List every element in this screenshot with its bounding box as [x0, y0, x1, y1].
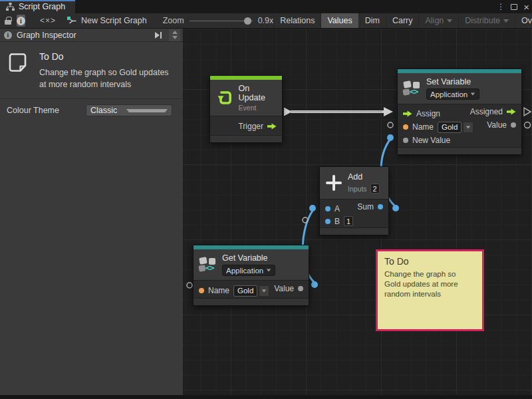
variable-scope-dropdown[interactable]: Application [222, 265, 275, 276]
tab-label: Script Graph [19, 2, 65, 11]
overview-button[interactable]: Overview [515, 13, 532, 29]
scroll-down-icon[interactable] [172, 36, 178, 39]
align-button[interactable]: Align [418, 13, 458, 29]
value-port-row[interactable]: Value [274, 284, 303, 293]
b-input-port[interactable] [325, 219, 331, 224]
node-get-variable[interactable]: <> Get Variable Application Name Gold [193, 245, 309, 306]
chevron-down-icon [503, 19, 509, 23]
variables-icon: <> [403, 80, 421, 96]
info-icon: i [17, 17, 25, 25]
unconnected-port-marker[interactable] [388, 122, 393, 128]
graph-toolbar: i <×> New Script Graph Zoom 0.9x Relatio… [0, 13, 532, 29]
zoom-control: Zoom 0.9x [163, 16, 274, 25]
node-footer [320, 227, 388, 235]
unity-script-graph-window: Script Graph ⋮ × i <×> New Script Graph … [0, 0, 532, 399]
wire-endpoint [392, 205, 399, 211]
wire-endpoint [309, 205, 316, 211]
assigned-port-row[interactable]: Assigned [470, 107, 516, 116]
value-output-port[interactable] [298, 286, 303, 291]
code-view-button[interactable]: <×> [40, 16, 56, 25]
distribute-button[interactable]: Distribute [458, 13, 515, 29]
chevron-down-icon [471, 93, 475, 96]
graph-canvas[interactable]: On Update Event Trigger <> Set Va [183, 29, 532, 395]
wire-endpoint [387, 134, 394, 141]
node-title: Set Variable [426, 77, 479, 86]
panel-scroll-stepper[interactable] [169, 29, 180, 41]
assigned-output-port[interactable] [507, 108, 516, 115]
window-controls: ⋮ × [497, 0, 529, 13]
chevron-down-icon [262, 289, 266, 292]
window-menu-icon[interactable]: ⋮ [497, 3, 505, 11]
info-icon: i [4, 31, 12, 39]
sum-port-row[interactable]: Sum [357, 202, 383, 211]
tab-active-accent [0, 0, 75, 1]
value-output-port[interactable] [511, 122, 516, 128]
node-title: Add [348, 172, 380, 182]
zoom-value: 0.9x [258, 16, 274, 25]
a-input-port[interactable] [325, 206, 331, 211]
scroll-up-icon[interactable] [172, 31, 178, 34]
inspector-title: Graph Inspector [17, 31, 150, 40]
chevron-down-icon [267, 269, 271, 272]
new-value-input-port[interactable] [403, 138, 408, 143]
inputs-label: Inputs [348, 185, 367, 193]
tab-script-graph[interactable]: Script Graph [0, 0, 75, 13]
add-icon [325, 174, 342, 192]
trigger-output-port[interactable] [267, 123, 277, 130]
carry-button[interactable]: Carry [386, 13, 419, 29]
values-button[interactable]: Values [321, 13, 358, 29]
chevron-down-icon [126, 109, 168, 112]
graph-note-summary: To Do Change the graph so Gold updates a… [0, 42, 183, 98]
relations-button[interactable]: Relations [273, 13, 321, 29]
wire-end-arrow [384, 107, 393, 116]
value-port-row[interactable]: Value [487, 120, 516, 130]
name-input-port[interactable] [199, 288, 204, 293]
graph-inspector-panel: i Graph Inspector To Do Change the graph… [0, 29, 183, 395]
new-value-port-row[interactable]: New Value [398, 134, 521, 147]
node-add[interactable]: Add Inputs 2 A B 1 Sum [319, 166, 389, 235]
chevron-down-icon [466, 126, 470, 128]
variable-name-dropdown[interactable]: Gold [438, 122, 473, 133]
b-value-field[interactable]: 1 [344, 216, 353, 226]
colour-theme-row: Colour Theme Classic [0, 99, 183, 122]
maximize-icon[interactable] [511, 4, 517, 10]
zoom-slider[interactable] [190, 17, 253, 25]
node-header: <> Get Variable Application [194, 249, 309, 281]
inspector-header: i Graph Inspector [0, 29, 183, 42]
note-text: Change the graph so Gold updates at more… [39, 66, 176, 90]
close-icon[interactable]: × [523, 2, 529, 12]
window-bottom-edge [0, 395, 532, 399]
variable-scope-dropdown[interactable]: Application [426, 88, 479, 100]
node-set-variable[interactable]: <> Set Variable Application Assign [397, 68, 522, 155]
node-header: <> Set Variable Application [398, 73, 521, 104]
lock-icon [5, 20, 11, 25]
unconnected-port-marker[interactable] [525, 122, 531, 128]
assign-input-port[interactable] [403, 110, 412, 117]
unconnected-flow-marker[interactable] [524, 108, 531, 116]
variable-name-dropdown[interactable]: Gold [233, 285, 269, 297]
colour-theme-dropdown[interactable]: Classic [86, 104, 172, 116]
graph-breadcrumb[interactable]: New Script Graph [66, 16, 147, 25]
dim-button[interactable]: Dim [358, 13, 386, 29]
title-bar: Script Graph ⋮ × [0, 0, 532, 13]
chevron-down-icon [447, 19, 452, 23]
name-input-port[interactable] [403, 124, 408, 130]
lock-button[interactable] [5, 17, 11, 25]
sticky-note-title: To Do [384, 256, 475, 267]
node-on-update[interactable]: On Update Event Trigger [209, 75, 283, 143]
inspector-toggle-button[interactable]: i [17, 15, 25, 27]
unconnected-port-marker[interactable] [187, 283, 192, 288]
variables-icon: <> [199, 257, 217, 273]
sum-output-port[interactable] [378, 204, 383, 209]
inputs-count-field[interactable]: 2 [370, 184, 380, 194]
node-header: Add Inputs 2 [320, 167, 388, 200]
graph-name: New Script Graph [81, 16, 147, 25]
input-b-row[interactable]: B 1 [320, 215, 388, 227]
node-title: Get Variable [222, 253, 275, 263]
dock-panel-icon[interactable] [155, 32, 162, 39]
note-title: To Do [39, 51, 176, 62]
zoom-slider-thumb[interactable] [244, 17, 251, 25]
colour-theme-label: Colour Theme [7, 106, 86, 115]
wire-endpoint [311, 281, 318, 288]
sticky-note[interactable]: To Do Change the graph so Gold updates a… [376, 249, 484, 331]
